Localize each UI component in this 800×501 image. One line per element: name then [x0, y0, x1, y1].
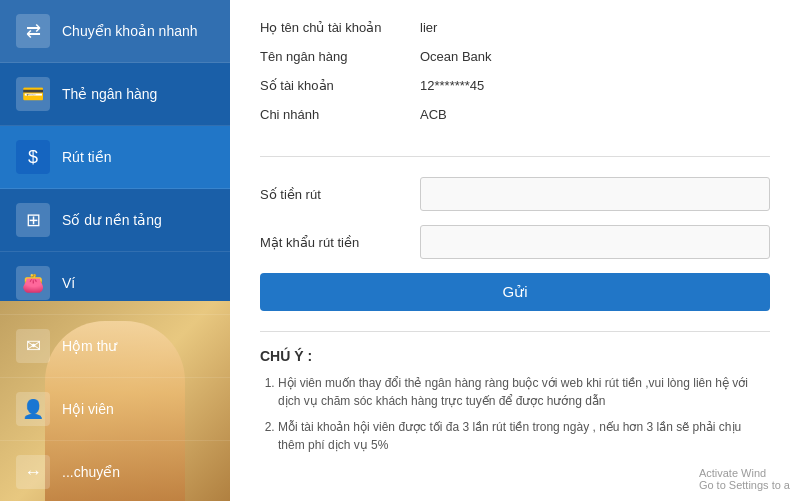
gui-button[interactable]: Gửi: [260, 273, 770, 311]
sidebar-item-so-du-nen-tang[interactable]: ⊞Số dư nền tảng: [0, 189, 230, 252]
chuyen-khoan-nhanh-label: Chuyển khoản nhanh: [62, 23, 198, 39]
hom-thu-icon: ✉: [16, 329, 50, 363]
sidebar-item-rut-tien[interactable]: $Rút tiền: [0, 126, 230, 189]
sidebar-item-hoi-vien[interactable]: 👤Hội viên: [0, 378, 230, 441]
sidebar-item-chuyen[interactable]: ↔...chuyển: [0, 441, 230, 501]
mat-khau-label: Mật khẩu rút tiền: [260, 235, 420, 250]
ho-ten-value: lier: [420, 20, 437, 35]
note-title: CHÚ Ý :: [260, 348, 770, 364]
note-item-2: Mỗi tài khoản hội viên được tối đa 3 lần…: [278, 418, 770, 454]
sidebar-item-hom-thu[interactable]: ✉Hộm thư: [0, 315, 230, 378]
sidebar-item-vi[interactable]: 👛Ví: [0, 252, 230, 315]
content-area: Họ tên chủ tài khoản lier Tên ngân hàng …: [230, 0, 800, 501]
ten-ngan-hang-label: Tên ngân hàng: [260, 49, 420, 64]
ten-ngan-hang-value: Ocean Bank: [420, 49, 492, 64]
hoi-vien-icon: 👤: [16, 392, 50, 426]
chuyen-label: ...chuyển: [62, 464, 120, 480]
hom-thu-label: Hộm thư: [62, 338, 117, 354]
ho-ten-label: Họ tên chủ tài khoản: [260, 20, 420, 35]
sidebar: ⇄Chuyển khoản nhanh💳Thẻ ngân hàng$Rút ti…: [0, 0, 230, 501]
withdraw-form-section: Số tiền rút Mật khẩu rút tiền Gửi: [260, 177, 770, 332]
form-row-mat-khau: Mật khẩu rút tiền: [260, 225, 770, 259]
info-row-ngan-hang: Tên ngân hàng Ocean Bank: [260, 49, 770, 64]
account-info-section: Họ tên chủ tài khoản lier Tên ngân hàng …: [260, 20, 770, 157]
so-tai-khoan-value: 12*******45: [420, 78, 484, 93]
chuyen-icon: ↔: [16, 455, 50, 489]
the-ngan-hang-icon: 💳: [16, 77, 50, 111]
so-du-nen-tang-icon: ⊞: [16, 203, 50, 237]
note-section: CHÚ Ý : Hội viên muốn thay đổi thẻ ngân …: [260, 348, 770, 472]
note-item-1: Hội viên muốn thay đổi thẻ ngân hàng ràn…: [278, 374, 770, 410]
chuyen-khoan-nhanh-icon: ⇄: [16, 14, 50, 48]
info-row-so-tai-khoan: Số tài khoản 12*******45: [260, 78, 770, 93]
so-tien-rut-label: Số tiền rút: [260, 187, 420, 202]
hoi-vien-label: Hội viên: [62, 401, 114, 417]
so-tien-rut-input[interactable]: [420, 177, 770, 211]
note-list: Hội viên muốn thay đổi thẻ ngân hàng ràn…: [260, 374, 770, 454]
so-tai-khoan-label: Số tài khoản: [260, 78, 420, 93]
vi-icon: 👛: [16, 266, 50, 300]
form-row-so-tien: Số tiền rút: [260, 177, 770, 211]
main-content: Họ tên chủ tài khoản lier Tên ngân hàng …: [230, 0, 800, 501]
chi-nhanh-value: ACB: [420, 107, 447, 122]
chi-nhanh-label: Chi nhánh: [260, 107, 420, 122]
vi-label: Ví: [62, 275, 75, 291]
mat-khau-rut-tien-input[interactable]: [420, 225, 770, 259]
info-row-ho-ten: Họ tên chủ tài khoản lier: [260, 20, 770, 35]
the-ngan-hang-label: Thẻ ngân hàng: [62, 86, 157, 102]
rut-tien-label: Rút tiền: [62, 149, 111, 165]
info-row-chi-nhanh: Chi nhánh ACB: [260, 107, 770, 122]
rut-tien-icon: $: [16, 140, 50, 174]
sidebar-item-chuyen-khoan-nhanh[interactable]: ⇄Chuyển khoản nhanh: [0, 0, 230, 63]
sidebar-item-the-ngan-hang[interactable]: 💳Thẻ ngân hàng: [0, 63, 230, 126]
so-du-nen-tang-label: Số dư nền tảng: [62, 212, 162, 228]
